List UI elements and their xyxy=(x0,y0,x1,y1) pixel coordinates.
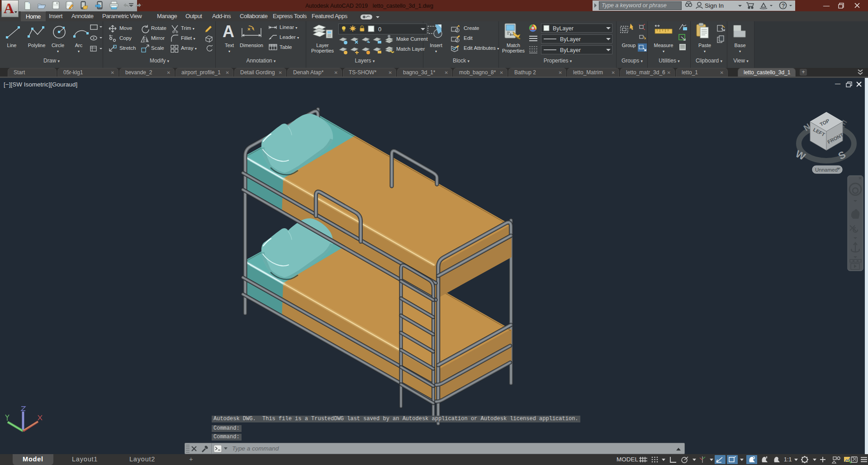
svg-text:Unnamed: Unnamed xyxy=(815,167,838,173)
svg-text:Sign In: Sign In xyxy=(705,2,724,9)
svg-text:ByLayer: ByLayer xyxy=(560,47,581,53)
svg-text:A: A xyxy=(223,23,234,40)
svg-text:W: W xyxy=(794,148,807,163)
svg-text:?: ? xyxy=(782,3,785,9)
svg-text:ByLayer: ByLayer xyxy=(560,36,581,43)
svg-text:0: 0 xyxy=(378,26,381,33)
svg-text:ByLayer: ByLayer xyxy=(553,25,574,32)
svg-text:A: A xyxy=(4,0,14,16)
